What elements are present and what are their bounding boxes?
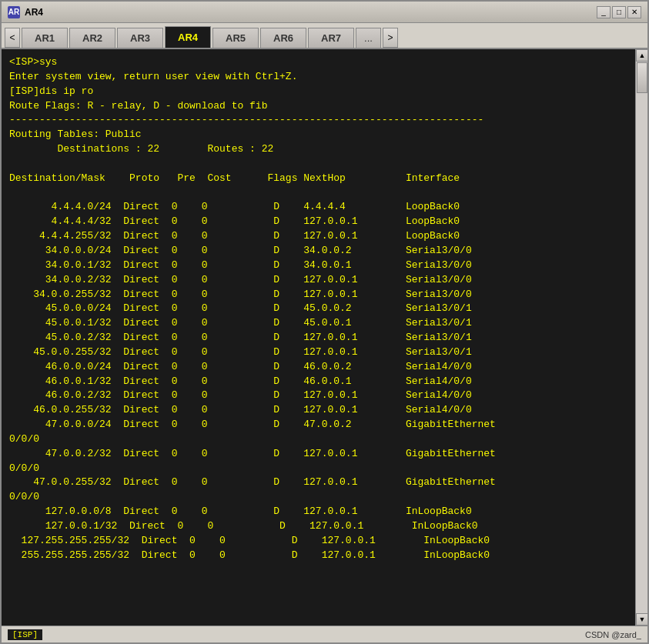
main-area: <ISP>sys Enter system view, return user … [2,49,647,626]
tab-ar7[interactable]: AR7 [308,28,354,48]
status-prompt: [ISP] [8,629,42,640]
title-buttons: _ □ ✕ [597,6,641,18]
status-bar: [ISP] CSDN @zard_ [2,626,647,642]
tab-ar1[interactable]: AR1 [22,28,68,48]
title-bar: AR AR4 _ □ ✕ [2,2,647,23]
tab-bar: < AR1 AR2 AR3 AR4 AR5 AR6 AR7 ... > [2,23,647,49]
close-button[interactable]: ✕ [627,6,641,18]
tab-ar2[interactable]: AR2 [69,28,115,48]
window-title: AR4 [25,7,597,18]
tab-next-button[interactable]: > [383,28,398,48]
tab-ar5[interactable]: AR5 [212,28,259,48]
tab-more-button[interactable]: ... [356,28,381,48]
scroll-up-button[interactable]: ▲ [636,49,647,62]
scrollbar[interactable]: ▲ ▼ [635,49,647,626]
scroll-thumb[interactable] [637,62,647,93]
app-icon: AR [8,6,20,18]
tab-ar4[interactable]: AR4 [165,26,211,48]
tab-prev-button[interactable]: < [5,28,20,48]
terminal-output[interactable]: <ISP>sys Enter system view, return user … [2,49,635,626]
restore-button[interactable]: □ [612,6,626,18]
tab-ar3[interactable]: AR3 [117,28,163,48]
minimize-button[interactable]: _ [597,6,611,18]
main-window: AR AR4 _ □ ✕ < AR1 AR2 AR3 AR4 AR5 AR6 A… [0,0,649,644]
watermark: CSDN @zard_ [585,630,641,639]
scroll-down-button[interactable]: ▼ [636,613,647,626]
scroll-track [636,62,647,613]
tab-ar6[interactable]: AR6 [260,28,306,48]
